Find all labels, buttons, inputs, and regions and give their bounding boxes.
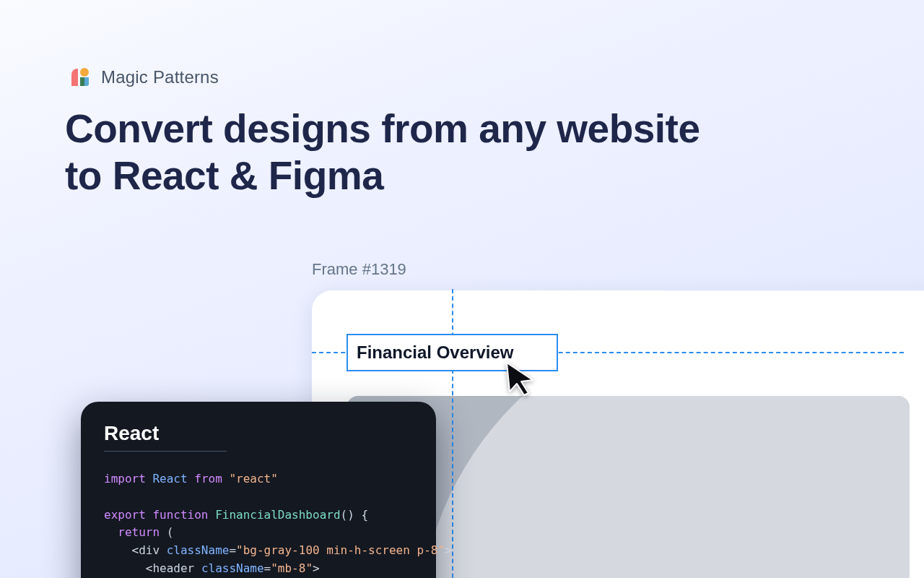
brand-name: Magic Patterns xyxy=(101,67,219,87)
code-panel: React import React from "react" export f… xyxy=(81,402,436,578)
headline-line-1: Convert designs from any website xyxy=(65,106,700,151)
code-block: import React from "react" export functio… xyxy=(104,470,413,578)
placeholder-hill-shape xyxy=(419,396,910,578)
page-headline: Convert designs from any website to Reac… xyxy=(65,105,700,199)
selected-element-text: Financial Overview xyxy=(357,342,513,363)
svg-rect-1 xyxy=(80,77,84,86)
headline-line-2: to React & Figma xyxy=(65,153,383,198)
code-panel-title: React xyxy=(104,422,227,452)
brand-row: Magic Patterns xyxy=(69,66,219,88)
svg-point-0 xyxy=(80,68,89,77)
placeholder-sun-shape xyxy=(491,512,544,565)
cursor-icon xyxy=(504,361,537,396)
brand-logo-icon xyxy=(69,66,91,88)
guide-line-vertical xyxy=(452,289,453,578)
frame-label: Frame #1319 xyxy=(312,260,406,279)
